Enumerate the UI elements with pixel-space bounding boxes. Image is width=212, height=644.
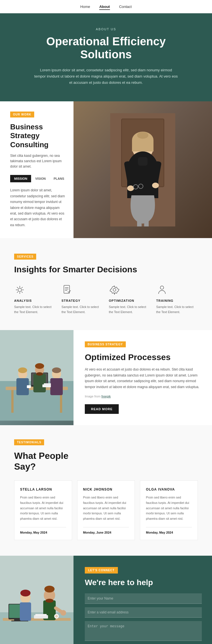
- our-work-title: Business StrategyConsulting: [10, 123, 65, 149]
- testimonial-date-1: Monday, June 2024: [83, 527, 129, 534]
- biz-content: BUSINESS STRATEGY Optimized Processes At…: [73, 330, 212, 425]
- svg-point-46: [18, 367, 27, 373]
- email-input[interactable]: [85, 607, 202, 618]
- svg-rect-5: [132, 140, 153, 151]
- navigation: Home About Contact: [0, 0, 212, 13]
- tab-mission[interactable]: MISSION: [10, 175, 31, 182]
- testimonial-stella: STELLA LARSON Proin sed libero enim sed …: [14, 480, 72, 540]
- svg-rect-74: [35, 614, 47, 616]
- biz-body: At vero eos et accusam et justo duo dolo…: [85, 367, 202, 390]
- our-work-section: OUR WORK Business StrategyConsulting Ste…: [0, 101, 212, 238]
- testimonials-badge: TESTIMONIALS: [14, 439, 44, 445]
- nav-home[interactable]: Home: [80, 5, 90, 9]
- svg-rect-48: [33, 374, 46, 392]
- biz-badge: BUSINESS STRATEGY: [85, 341, 126, 347]
- testimonial-text-1: Proin sed libero enim sed faucibus turpi…: [83, 495, 129, 521]
- svg-point-6: [137, 132, 148, 139]
- tab-plans[interactable]: PLANS: [50, 175, 68, 182]
- svg-point-76: [55, 615, 58, 618]
- testimonial-date-2: Monday, May 2024: [146, 527, 192, 534]
- freepik-link[interactable]: freepik: [101, 395, 111, 398]
- person-icon: [157, 285, 167, 295]
- svg-point-34: [160, 286, 164, 289]
- our-work-content: OUR WORK Business StrategyConsulting Ste…: [0, 101, 73, 238]
- svg-line-28: [17, 292, 18, 293]
- analysis-description[interactable]: Sample text. Click to select the Text El…: [14, 305, 56, 314]
- testimonial-olga: OLGA IVANOVA Proin sed libero enim sed f…: [140, 480, 198, 540]
- training-description[interactable]: Sample text. Click to select the Text El…: [156, 305, 198, 314]
- contact-image: [0, 556, 73, 644]
- read-more-button[interactable]: READ MORE: [85, 404, 119, 414]
- svg-point-13: [127, 185, 134, 191]
- svg-rect-66: [20, 602, 31, 621]
- our-work-tabs: MISSION VISION PLANS: [10, 175, 65, 182]
- office-illustration: [0, 330, 73, 421]
- optimization-description[interactable]: Sample text. Click to select the Text El…: [109, 305, 151, 314]
- training-icon: [156, 284, 168, 296]
- name-input[interactable]: [85, 593, 202, 604]
- tab-vision[interactable]: VISION: [31, 175, 49, 182]
- nav-about[interactable]: About: [99, 5, 110, 10]
- lets-connect-badge: LET'S CONNECT: [85, 567, 118, 574]
- training-label: TRAINING: [156, 299, 198, 302]
- optimization-label: OPTIMIZATION: [109, 299, 151, 302]
- svg-point-14: [152, 183, 159, 188]
- testimonial-name-2: OLGA IVANOVA: [146, 487, 192, 491]
- testimonial-name-0: STELLA LARSON: [20, 487, 66, 491]
- svg-point-65: [20, 590, 31, 596]
- services-section: SERVICES Insights for Smarter Decisions …: [0, 238, 212, 330]
- svg-point-50: [36, 372, 43, 376]
- analysis-label: ANALYSIS: [14, 299, 56, 302]
- service-training: TRAINING Sample text. Click to select th…: [156, 284, 198, 314]
- svg-rect-18: [137, 215, 142, 226]
- tab-content: Lorem ipsum dolor sit amet, consetetur s…: [10, 187, 65, 228]
- services-grid: ANALYSIS Sample text. Click to select th…: [14, 284, 198, 314]
- biz-title: Optimized Processes: [85, 352, 202, 362]
- services-title: Insights for Smarter Decisions: [14, 265, 198, 274]
- office-photo: [0, 330, 73, 425]
- image-credit: Image from freepik: [85, 394, 202, 399]
- service-strategy: STRATEGY Sample text. Click to select th…: [62, 284, 103, 314]
- hero-title: Operational Efficiency Solutions: [34, 35, 178, 61]
- biz-image: [0, 330, 73, 425]
- testimonials-title: What PeopleSay?: [14, 450, 198, 472]
- contact-section: LET'S CONNECT We're here to help SUBMIT: [0, 556, 212, 644]
- gear-icon: [109, 285, 120, 295]
- our-work-badge: OUR WORK: [10, 112, 34, 117]
- svg-rect-54: [27, 385, 31, 388]
- contact-title: We're here to help: [85, 578, 202, 587]
- document-icon: [62, 285, 72, 295]
- strategy-label: STRATEGY: [62, 299, 103, 302]
- testimonial-date-0: Monday, May 2024: [20, 527, 66, 534]
- testimonial-text-0: Proin sed libero enim sed faucibus turpi…: [20, 495, 66, 521]
- contact-form: SUBMIT: [85, 593, 202, 644]
- svg-line-26: [21, 292, 23, 293]
- strategy-icon: [62, 284, 73, 296]
- biz-strategy-section: BUSINESS STRATEGY Optimized Processes At…: [0, 330, 212, 425]
- svg-line-25: [17, 287, 18, 288]
- svg-point-69: [44, 586, 55, 592]
- nav-contact[interactable]: Contact: [119, 5, 132, 9]
- our-work-description: Stet clita kasd gubergren, no sea takima…: [10, 153, 65, 170]
- svg-rect-56: [44, 383, 51, 386]
- service-optimization: OPTIMIZATION Sample text. Click to selec…: [109, 284, 151, 314]
- optimization-icon: [109, 284, 120, 296]
- contact-form-area: LET'S CONNECT We're here to help SUBMIT: [73, 556, 212, 644]
- svg-point-72: [60, 610, 66, 616]
- contact-illustration: [0, 556, 73, 644]
- person-illustration: [110, 113, 175, 226]
- sun-icon: [15, 285, 25, 295]
- message-input[interactable]: [85, 621, 202, 641]
- svg-rect-19: [144, 215, 149, 226]
- svg-point-33: [113, 288, 116, 291]
- svg-point-53: [52, 367, 61, 373]
- strategy-description[interactable]: Sample text. Click to select the Text El…: [62, 305, 103, 314]
- svg-rect-10: [138, 157, 148, 166]
- contact-photo: [0, 556, 73, 644]
- svg-rect-52: [50, 378, 63, 395]
- testimonial-text-2: Proin sed libero enim sed faucibus turpi…: [146, 495, 192, 521]
- svg-point-70: [46, 599, 53, 603]
- testimonials-grid: STELLA LARSON Proin sed libero enim sed …: [14, 480, 198, 540]
- service-analysis: ANALYSIS Sample text. Click to select th…: [14, 284, 56, 314]
- work-photo: [73, 101, 212, 238]
